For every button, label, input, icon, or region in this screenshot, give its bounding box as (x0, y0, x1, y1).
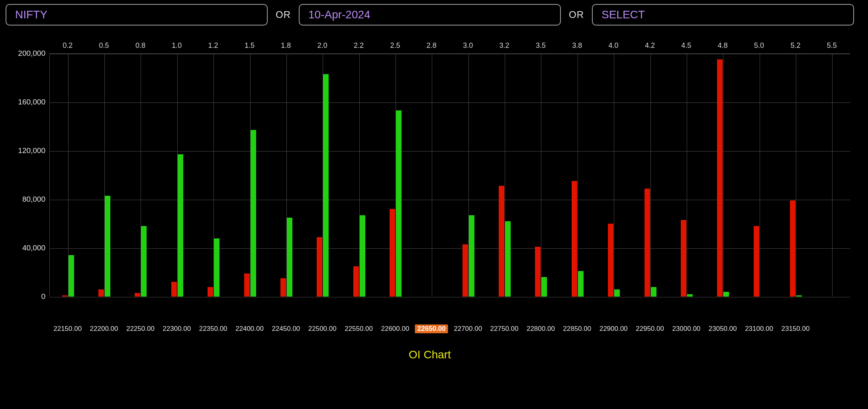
bar-call (62, 295, 68, 297)
chart-top-label: 0.8 (135, 41, 145, 50)
chart-vgrid (687, 54, 687, 297)
selector-row: NIFTY OR 10-Apr-2024 OR SELECT (6, 4, 862, 26)
symbol-select[interactable]: NIFTY (6, 4, 268, 26)
x-label: 23150.00 (779, 324, 812, 333)
bar-call (535, 247, 541, 297)
x-label: 22350.00 (197, 324, 230, 333)
bar-call (572, 181, 577, 297)
chart-top-label: 1.0 (172, 41, 182, 50)
chart-y-label: 200,000 (8, 49, 45, 58)
chart-vgrid (796, 54, 796, 297)
x-label: 22850.00 (560, 324, 594, 333)
x-label: 22150.00 (51, 324, 84, 333)
bar-put (796, 295, 802, 297)
expiry-select[interactable]: 10-Apr-2024 (299, 4, 561, 26)
chart-top-label: 5.0 (754, 41, 764, 50)
bar-call (717, 59, 723, 297)
chart-top-label: 5.2 (790, 41, 800, 50)
x-label: 22550.00 (342, 324, 375, 333)
chart-vgrid (432, 54, 432, 297)
or-label-2: OR (569, 9, 584, 20)
x-label-highlight: 22650.00 (415, 324, 448, 333)
bar-put (614, 289, 620, 297)
bar-call (499, 186, 504, 297)
bar-call (608, 224, 613, 297)
bar-call (280, 278, 286, 297)
chart-y-label: 0 (8, 292, 45, 301)
chart-top-label: 3.0 (463, 41, 473, 50)
bar-put (105, 196, 110, 297)
chart-top-label: 4.2 (645, 41, 655, 50)
bar-put (469, 215, 474, 297)
bar-put (214, 238, 219, 297)
x-label: 22450.00 (269, 324, 302, 333)
chart-vgrid (760, 54, 760, 297)
chart-title: OI Chart (6, 348, 854, 361)
bar-put (578, 271, 584, 297)
chart-top-label: 5.5 (827, 41, 837, 50)
bar-call (353, 266, 359, 297)
x-label: 23100.00 (743, 324, 776, 333)
x-label: 22300.00 (160, 324, 193, 333)
chart-hgrid (50, 248, 850, 249)
chart-top-label: 4.5 (681, 41, 691, 50)
bar-call (390, 209, 395, 297)
chart-top-label: 4.0 (609, 41, 619, 50)
bar-call (244, 273, 250, 297)
bar-call (317, 237, 322, 297)
bar-call (98, 289, 104, 297)
chart-top-label: 2.8 (427, 41, 437, 50)
chart-hgrid (50, 297, 850, 297)
bar-call (208, 287, 213, 297)
bar-put (651, 287, 656, 297)
chart-top-label: 2.2 (354, 41, 364, 50)
chart-top-label: 3.5 (536, 41, 546, 50)
bar-call (645, 189, 650, 297)
chart-y-label: 160,000 (8, 98, 45, 106)
chart-top-label: 1.8 (281, 41, 291, 50)
chart-vgrid (651, 54, 651, 297)
x-label: 22800.00 (524, 324, 557, 333)
chart-top-label: 1.5 (245, 41, 255, 50)
x-label: 22700.00 (451, 324, 484, 333)
x-label: 22600.00 (379, 324, 412, 333)
bar-call (790, 201, 796, 297)
bar-call (462, 244, 468, 297)
x-label: 22500.00 (306, 324, 339, 333)
x-label: 22200.00 (88, 324, 121, 333)
bar-put (323, 74, 329, 297)
chart-hgrid (50, 151, 850, 151)
chart-y-label: 120,000 (8, 146, 45, 155)
chart-vgrid (723, 54, 723, 297)
chart-y-label: 80,000 (8, 195, 45, 204)
chart-top-label: 1.2 (208, 41, 218, 50)
x-label: 23050.00 (706, 324, 739, 333)
chart-top-label: 0.5 (99, 41, 109, 50)
x-label: 22400.00 (233, 324, 266, 333)
chart-x-labels: 22150.0022200.0022250.0022300.0022350.00… (49, 324, 850, 336)
chart-plot-area (49, 53, 850, 297)
bar-call (135, 293, 140, 297)
chart-hgrid (50, 102, 850, 103)
bar-call (681, 220, 686, 297)
bar-put (723, 292, 729, 297)
x-label: 22750.00 (488, 324, 521, 333)
chart-top-label: 4.8 (718, 41, 728, 50)
chart-y-label: 40,000 (8, 244, 45, 252)
bar-put (287, 218, 292, 297)
bar-put (505, 221, 511, 297)
bar-call (754, 226, 759, 297)
bar-put (178, 154, 183, 297)
bar-put (396, 110, 402, 297)
chart-top-label: 2.0 (317, 41, 327, 50)
x-label: 23000.00 (670, 324, 703, 333)
chart-top-label: 0.2 (63, 41, 72, 50)
x-label: 22900.00 (597, 324, 630, 333)
bar-put (69, 255, 74, 297)
bar-call (171, 282, 177, 297)
chart-top-label: 2.5 (390, 41, 400, 50)
chart-top-label: 3.2 (500, 41, 509, 50)
or-label-1: OR (276, 9, 291, 20)
x-label: 22950.00 (633, 324, 666, 333)
extra-select[interactable]: SELECT (592, 4, 854, 26)
